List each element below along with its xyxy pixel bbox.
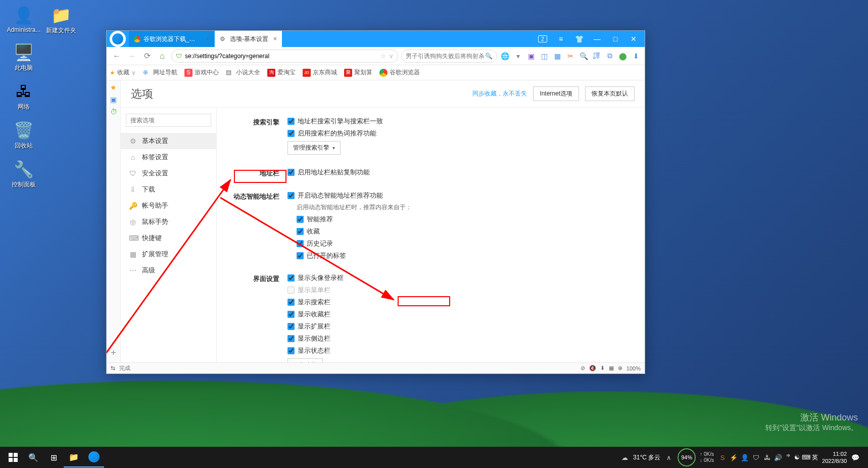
check-paste-copy[interactable]: 启用地址栏粘贴复制功能 (287, 168, 630, 177)
check-avatar-login[interactable]: 显示头像登录框 (287, 273, 630, 283)
desktop-icon-this-pc[interactable]: 🖥️此电脑 (5, 42, 42, 72)
globe-icon[interactable]: 🌐 (500, 52, 509, 61)
check-smart-tabs[interactable]: 已打开的标签 (297, 251, 630, 260)
battery-indicator[interactable]: 94% (678, 448, 696, 466)
search-icon[interactable]: 🔍 (485, 53, 493, 60)
check-smart-recommend[interactable]: 智能推荐 (297, 215, 630, 224)
nav-search-input[interactable] (126, 114, 211, 127)
skin-icon[interactable]: 👕 (573, 33, 585, 45)
address-bar[interactable]: 🛡 ☆ ∨ (171, 50, 398, 63)
nav-item-download[interactable]: ⇩下载 (121, 181, 216, 198)
rail-clock-icon[interactable]: ⏱ (110, 108, 118, 116)
bookmark-juhuasuan[interactable]: 聚聚划算 (344, 68, 372, 77)
close-icon[interactable]: ✕ (628, 33, 640, 45)
start-button[interactable] (3, 447, 23, 467)
bookmark-nav[interactable]: ⊕网址导航 (143, 68, 177, 77)
tray-vol-icon[interactable]: 🔊 (774, 453, 783, 462)
tray-user-icon[interactable]: 👤 (740, 453, 749, 462)
chevron-down-icon[interactable]: ▾ (513, 52, 522, 61)
taskbar-search-icon[interactable]: 🔍 (23, 447, 43, 467)
check-hotword[interactable]: 启用搜索栏的热词推荐功能 (287, 129, 630, 138)
tray-app2-icon[interactable]: ⚡ (729, 453, 738, 462)
weather-icon[interactable]: ☁ (620, 453, 629, 462)
adblock-icon[interactable]: ⊘ (581, 365, 585, 371)
desktop-icon-network[interactable]: 🖧网络 (5, 81, 42, 111)
rail-star-icon[interactable]: ★ (110, 83, 118, 91)
sb-grid-icon[interactable]: ▦ (609, 365, 614, 371)
dropdown-icon[interactable]: ∨ (389, 53, 394, 60)
clock[interactable]: 11:02 2022/8/30 (822, 450, 847, 465)
window-icon[interactable]: ⧉ (605, 52, 614, 61)
desktop-icon-recycle-bin[interactable]: 🗑️回收站 (5, 120, 42, 150)
grid-icon[interactable]: ▦ (553, 52, 562, 61)
weather-text[interactable]: 31°C 多云 (633, 453, 660, 462)
check-smart-addr[interactable]: 开启动态智能地址栏推荐功能 (287, 191, 630, 200)
rail-add-icon[interactable]: + (111, 348, 116, 358)
titlebar-badge[interactable]: 2 (537, 33, 549, 45)
check-menubar[interactable]: 显示菜单栏 (287, 286, 630, 295)
bookmark-novels[interactable]: ▤小说大全 (226, 68, 260, 77)
manage-search-engine-button[interactable]: 管理搜索引擎▾ (287, 141, 341, 155)
download-icon[interactable]: ⬇ (632, 52, 641, 61)
bookmark-aitaobao[interactable]: 淘爱淘宝 (267, 68, 296, 77)
zoom-icon[interactable]: ⊕ (618, 365, 622, 371)
search-box[interactable]: 🔍 (401, 50, 497, 63)
bookmark-favorites[interactable]: ★收藏∨ (110, 68, 136, 77)
tab-chrome-download[interactable]: 谷歌浏览器下载_浏览器 × (129, 31, 215, 47)
bookmark-jd[interactable]: JD京东商城 (303, 68, 337, 77)
task-view-icon[interactable]: ⊞ (43, 447, 64, 467)
menu-icon[interactable]: ≡ (555, 33, 567, 45)
mute-icon[interactable]: 🔇 (589, 365, 596, 371)
desktop-icon-new-folder[interactable]: 📁新建文件夹 (42, 5, 80, 35)
taskbar-browser[interactable] (84, 447, 104, 467)
nav-item-shortcut[interactable]: ⌨快捷键 (121, 230, 216, 246)
sync-link[interactable]: 同步收藏，永不丢失 (472, 89, 527, 98)
url-input[interactable] (185, 53, 377, 60)
check-addrbar-same[interactable]: 地址栏搜索引擎与搜索栏一致 (287, 117, 630, 126)
back-icon[interactable]: ← (111, 50, 123, 62)
internet-options-button[interactable]: Internet选项 (533, 86, 579, 101)
arrows-icon[interactable]: ⇆ (111, 365, 115, 371)
nav-item-account[interactable]: 🔑帐号助手 (121, 198, 216, 214)
check-searchbar[interactable]: 显示搜索栏 (287, 298, 630, 307)
ime-indicator[interactable]: ㆗ ☯ ⌨ 英 (787, 453, 818, 462)
nav-item-basic[interactable]: ⚙基本设置 (121, 133, 216, 149)
nav-item-extensions[interactable]: ▦扩展管理 (121, 246, 216, 262)
nav-item-tabs[interactable]: ⌂标签设置 (121, 149, 216, 165)
bookmark-games[interactable]: S游戏中心 (184, 68, 219, 77)
square-icon[interactable]: ▣ (526, 52, 536, 61)
nav-item-gesture[interactable]: ◎鼠标手势 (121, 214, 216, 230)
translate-icon[interactable]: 譯 (592, 52, 601, 61)
nav-item-advanced[interactable]: ⋯高级 (121, 262, 216, 278)
desktop-icon-administrator[interactable]: 👤Administra... (5, 5, 42, 33)
scissors-icon[interactable]: ✂ (566, 52, 575, 61)
check-favbar[interactable]: 显示收藏栏 (287, 310, 630, 319)
desktop-icon-control-panel[interactable]: 🔧控制面板 (5, 159, 42, 189)
tray-shield-icon[interactable]: 🛡 (751, 453, 760, 462)
favorite-star-icon[interactable]: ☆ (380, 53, 386, 60)
popup-icon[interactable]: ◫ (540, 52, 549, 61)
tray-up-icon[interactable]: ∧ (664, 453, 673, 462)
forward-icon[interactable]: → (126, 50, 138, 62)
check-smart-fav[interactable]: 收藏 (297, 227, 630, 236)
search-input[interactable] (406, 53, 485, 60)
minimize-icon[interactable]: — (591, 33, 603, 45)
reload-icon[interactable]: ⟳ (141, 50, 153, 62)
check-extbar[interactable]: 显示扩展栏 (287, 322, 630, 331)
browser-logo-icon[interactable] (110, 31, 126, 47)
sb-download-icon[interactable]: ⬇ (600, 365, 605, 371)
change-skin-button[interactable]: 更换皮肤 (287, 358, 323, 362)
bookmark-chrome[interactable]: 谷歌浏览器 (379, 68, 420, 77)
check-statusbar[interactable]: 显示状态栏 (287, 346, 630, 355)
nav-item-security[interactable]: 🛡安全设置 (121, 165, 216, 181)
network-speed[interactable]: ↑ 0K/s ↓ 0K/s (700, 451, 714, 463)
restore-defaults-button[interactable]: 恢复本页默认 (585, 86, 635, 101)
notification-icon[interactable]: 💬 (851, 453, 860, 462)
tab-settings[interactable]: ⚙ 选项-基本设置 × (215, 31, 282, 47)
tray-app1-icon[interactable]: S (718, 453, 727, 462)
check-sidebar[interactable]: 显示侧边栏 (287, 334, 630, 343)
home-icon[interactable]: ⌂ (156, 50, 168, 62)
maximize-icon[interactable]: □ (609, 33, 621, 45)
tray-net-icon[interactable]: 🖧 (762, 453, 771, 462)
tab-close-icon[interactable]: × (206, 35, 209, 42)
